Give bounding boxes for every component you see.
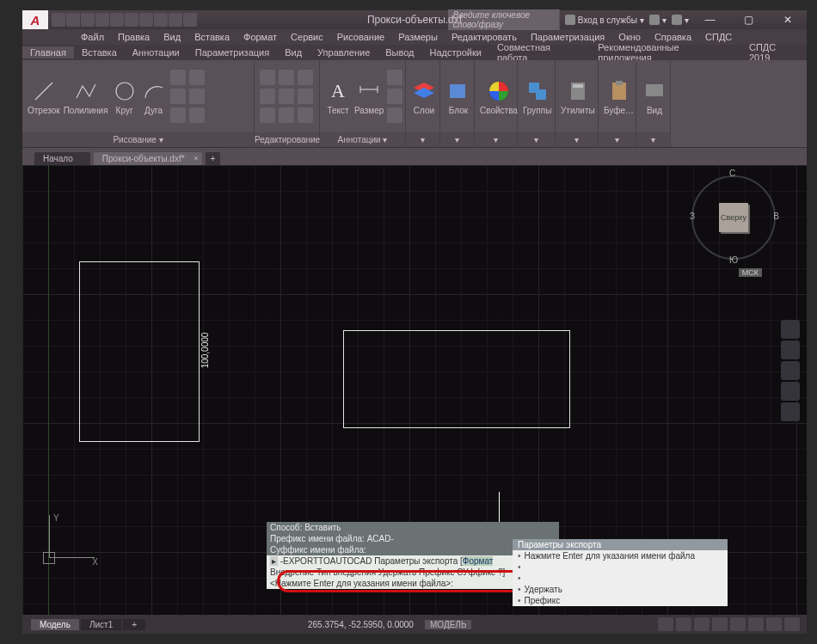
tab-output[interactable]: Вывод [378,46,421,58]
export-menu-item[interactable]: Префикс [513,595,728,606]
tab-add[interactable]: + [206,152,221,165]
qat-button[interactable] [110,13,124,27]
viewcube-top[interactable]: Сверху [719,203,748,232]
polyline-button[interactable]: Полилиния [64,78,108,115]
tool-icon[interactable] [170,70,186,85]
nav-zoom-icon[interactable] [781,361,800,380]
app-logo[interactable]: A [22,10,48,29]
tool-icon[interactable] [279,89,294,104]
rectangle-object[interactable] [343,330,570,428]
tab-manage[interactable]: Управление [310,46,378,58]
layout-tab-add[interactable]: + [123,619,145,630]
tool-icon[interactable] [260,107,275,123]
export-menu-item[interactable]: Удержать [513,584,728,595]
maximize-button[interactable]: ▢ [729,10,768,29]
search-input[interactable]: Введите ключевое слово/фразу [448,9,560,30]
group-draw-label[interactable]: Рисование ▾ [22,132,254,147]
block-button[interactable]: Блок [445,78,471,115]
status-toggle[interactable] [694,617,710,631]
tab-document[interactable]: Прокси-объекты.dxf*× [94,152,202,165]
layout-tab-model[interactable]: Модель [31,619,79,630]
menu-edit[interactable]: Правка [111,32,157,42]
utils-button[interactable]: Утилиты [561,78,595,115]
tool-icon[interactable] [279,107,294,123]
qat-button[interactable] [154,13,168,27]
signin-link[interactable]: Вход в службы ▾ [565,15,644,25]
compass-n[interactable]: С [729,169,735,178]
status-toggle[interactable] [712,617,728,631]
tool-icon[interactable] [298,107,313,123]
groups-button[interactable]: Группы [523,78,551,115]
status-toggle[interactable] [748,617,764,631]
close-tab-icon[interactable]: × [194,154,198,163]
tool-icon[interactable] [170,89,186,104]
qat-button[interactable] [52,13,65,27]
group-annot-label[interactable]: Аннотации ▾ [320,132,405,147]
qat-button[interactable] [81,13,95,27]
qat-button[interactable] [95,13,109,27]
tool-icon[interactable] [387,70,402,85]
status-toggle[interactable] [784,617,800,631]
nav-wheel-icon[interactable] [781,320,800,339]
menu-draw[interactable]: Рисование [330,32,391,42]
minimize-button[interactable]: — [691,10,729,29]
menu-dim[interactable]: Размеры [391,32,445,42]
tab-addins[interactable]: Надстройки [422,46,489,58]
coord-system-label[interactable]: МСК [739,268,762,277]
qat-button[interactable] [183,13,197,27]
layout-tab-sheet[interactable]: Лист1 [81,619,121,630]
compass-w[interactable]: З [690,212,695,221]
qat-button[interactable] [139,13,153,27]
export-menu-item[interactable] [513,561,728,573]
qat-button[interactable] [125,13,138,27]
ucs-indicator[interactable]: Y X [34,515,95,575]
tab-view[interactable]: Вид [277,46,310,58]
tool-icon[interactable] [189,89,205,104]
tab-home[interactable]: Главная [22,46,74,58]
arc-button[interactable]: Дуга [141,78,167,115]
menu-insert[interactable]: Вставка [187,32,236,42]
view-button[interactable]: Вид [642,78,667,115]
menu-format[interactable]: Формат [236,32,284,42]
export-menu-item[interactable] [513,573,728,584]
qat-button[interactable] [169,13,182,27]
tab-insert[interactable]: Вставка [74,46,125,58]
group-edit-label[interactable]: Редактирование ▾ [255,132,319,147]
layers-button[interactable]: Слои [411,78,437,115]
circle-button[interactable]: Круг [112,78,138,115]
line-button[interactable]: Отрезок [28,78,60,115]
tool-icon[interactable] [298,70,313,85]
nav-orbit-icon[interactable] [781,382,800,401]
menu-file[interactable]: Файл [74,32,111,42]
tab-start[interactable]: Начало [34,152,90,165]
tool-icon[interactable] [387,89,402,104]
help-icon[interactable]: ▾ [672,15,689,25]
tool-icon[interactable] [260,89,275,104]
export-menu-item[interactable]: Нажмите Enter для указания имени файла [513,550,728,561]
rectangle-object[interactable] [79,261,200,442]
menu-view[interactable]: Вид [157,32,187,42]
exchange-icon[interactable]: ▾ [649,15,666,25]
tool-icon[interactable] [189,107,205,123]
menu-tools[interactable]: Сервис [284,32,330,42]
nav-showmotion-icon[interactable] [781,402,800,421]
tool-icon[interactable] [170,107,186,123]
dim-button[interactable]: Размер [354,78,384,115]
nav-pan-icon[interactable] [781,340,800,359]
tab-annot[interactable]: Аннотации [125,46,187,58]
tool-icon[interactable] [260,70,275,85]
tool-icon[interactable] [279,70,294,85]
drawing-canvas[interactable]: 100,0000 Сверху С Ю В З МСК Y X Способ: … [22,165,807,615]
clipboard-button[interactable]: Буфе… [604,78,634,115]
status-toggle[interactable] [766,617,782,631]
tool-icon[interactable] [387,107,402,123]
compass-e[interactable]: В [773,212,779,221]
props-button[interactable]: Свойства [480,78,518,115]
compass-s[interactable]: Ю [729,255,738,265]
qat-button[interactable] [66,13,80,27]
tool-icon[interactable] [189,70,205,85]
viewcube[interactable]: Сверху С Ю В З [686,170,781,265]
tool-icon[interactable] [298,89,313,104]
close-button[interactable]: ✕ [768,10,807,29]
tab-param[interactable]: Параметризация [187,46,277,58]
